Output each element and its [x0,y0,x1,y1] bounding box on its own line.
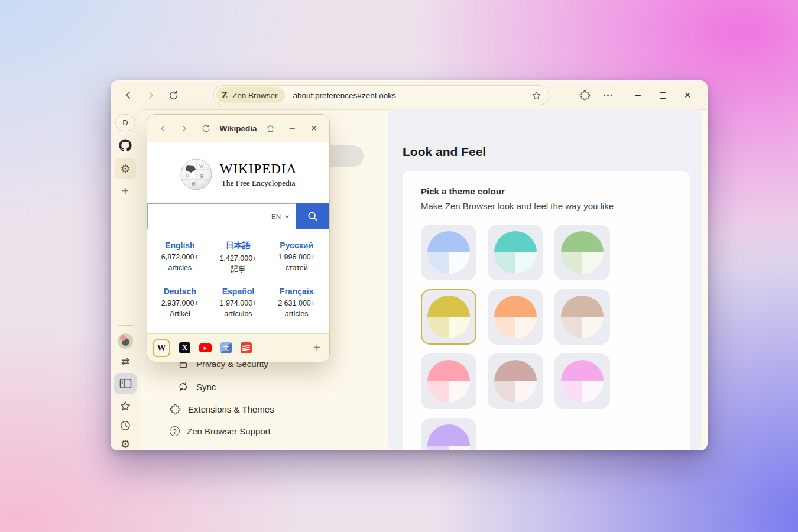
google-translate-shortcut[interactable]: 文 [220,342,232,353]
reload-icon [201,124,211,134]
github-icon [119,139,132,152]
nav-label: Sync [196,382,216,392]
settings-button[interactable]: ⚙ [120,439,130,450]
site-identity-badge[interactable]: Z Zen Browser [216,87,285,103]
star-icon [531,90,541,100]
todoist-icon [242,344,250,352]
theme-tile-magenta[interactable] [554,353,610,409]
theme-swatch [561,360,604,403]
mini-back-button[interactable] [154,120,171,137]
desktop-background: Z Zen Browser about:preferences#zenLooks… [0,0,798,532]
wikipedia-shortcut-active[interactable]: W [153,339,170,357]
mini-window-toolbar: Wikipedia – × [147,115,329,142]
search-input[interactable]: EN [147,203,296,229]
mini-window-shortcut-bar: W X ▶ 文 + [147,333,329,362]
app-menu-button[interactable]: ⋯ [599,86,618,105]
language-link-spanish[interactable]: Español 1.974.000+artículos [209,287,268,319]
chevron-right-icon [145,90,156,100]
theme-tile-green[interactable] [554,225,610,280]
maximize-window-button[interactable] [653,86,672,105]
extensions-button[interactable] [575,86,594,105]
plus-icon: + [313,341,320,354]
sidebar-item-extensions-themes[interactable]: Extensions & Themes [170,404,274,415]
language-link-russian[interactable]: Русский 1 996 000+статей [267,241,326,274]
puzzle-icon [170,404,181,415]
bookmark-star-button[interactable] [531,90,541,100]
history-button[interactable] [119,420,131,432]
new-tab-button[interactable]: + [122,184,129,197]
url-text: about:preferences#zenLooks [293,91,396,100]
wikipedia-w-icon: W [157,343,166,353]
theme-swatch [427,296,470,338]
minimize-window-button[interactable]: – [628,86,647,105]
mini-close-button[interactable]: × [306,120,322,137]
pinned-tab-settings-active[interactable]: ⚙ [115,158,136,179]
youtube-play-icon: ▶ [204,346,207,351]
language-link-french[interactable]: Français 2 631 000+articles [267,287,326,319]
theme-tile-yellow[interactable] [421,289,476,345]
plus-icon: + [122,184,129,197]
workspace-indicator[interactable]: D [115,114,135,131]
maximize-icon [660,92,666,99]
mini-minimize-button[interactable]: – [284,120,300,137]
language-link-english[interactable]: English 6,872,000+articles [151,241,209,274]
svg-text:Ω: Ω [186,173,189,179]
clock-icon [119,420,131,432]
theme-tile-mauve[interactable] [488,353,543,409]
mini-forward-button[interactable] [176,120,193,137]
theme-tile-purple[interactable] [421,418,476,450]
page-title: Look and Feel [403,145,486,159]
theme-swatch [427,424,470,450]
sidebar-divider [118,325,133,326]
todoist-shortcut[interactable] [241,342,252,353]
card-title: Pick a theme colour [421,186,690,196]
reload-button[interactable] [162,85,184,105]
add-shortcut-button[interactable]: + [313,341,320,355]
workspace-switcher-button[interactable]: ⇄ [121,355,129,368]
wikipedia-globe-icon: Ω W H 仮 [180,158,213,191]
x-shortcut[interactable]: X [179,342,190,353]
forward-button[interactable] [140,85,162,105]
gear-icon: ⚙ [120,439,130,450]
theme-tile-orange[interactable] [488,289,543,345]
chevron-down-icon [284,213,290,220]
theme-swatch [494,360,537,403]
theme-tile-tan[interactable] [554,289,610,345]
theme-tile-pink[interactable] [421,353,476,409]
minimize-icon: – [290,123,295,134]
theme-tile-blue[interactable] [421,225,476,280]
zen-logo-icon: Z [222,90,228,100]
back-button[interactable] [117,85,140,105]
theme-swatch [494,231,537,274]
url-bar[interactable]: Z Zen Browser about:preferences#zenLooks [213,85,549,105]
settings-content-panel: Look and Feel Pick a theme colour Make Z… [388,109,702,450]
mini-reload-button[interactable] [198,120,215,137]
close-window-button[interactable]: × [678,86,697,105]
wikipedia-logo-block: Ω W H 仮 WIKIPEDIA The Free Encyclopedia [147,158,329,191]
sidebar-item-sync[interactable]: Sync [177,381,216,392]
theme-tile-teal[interactable] [488,225,543,280]
close-icon: × [684,89,690,102]
browser-sidebar: D ⚙ + ⇄ [111,109,140,450]
star-icon [119,400,131,412]
pinned-tab-github[interactable] [119,139,132,152]
language-selector[interactable]: EN [271,213,281,220]
theme-swatch [561,231,604,274]
mini-home-button[interactable] [262,120,278,137]
mini-browser-window: Wikipedia – × Ω W H [147,114,330,362]
toolbar-nav-buttons [117,85,184,105]
youtube-shortcut[interactable]: ▶ [199,343,212,352]
nav-label: Extensions & Themes [188,404,274,414]
bookmarks-button[interactable] [119,400,131,412]
question-icon: ? [170,426,180,436]
language-link-german[interactable]: Deutsch 2.937.000+Artikel [151,287,209,319]
profile-avatar[interactable] [118,333,133,349]
card-subtitle: Make Zen Browser look and feel the way y… [421,201,690,211]
language-link-japanese[interactable]: 日本語 1,427,000+記事 [209,241,268,274]
search-icon [306,210,319,223]
browser-toolbar: Z Zen Browser about:preferences#zenLooks… [111,81,707,109]
toggle-sidebar-button-active[interactable] [114,373,137,394]
gear-icon: ⚙ [120,163,130,174]
sidebar-item-support[interactable]: ? Zen Browser Support [170,426,271,436]
search-button[interactable] [296,203,329,229]
